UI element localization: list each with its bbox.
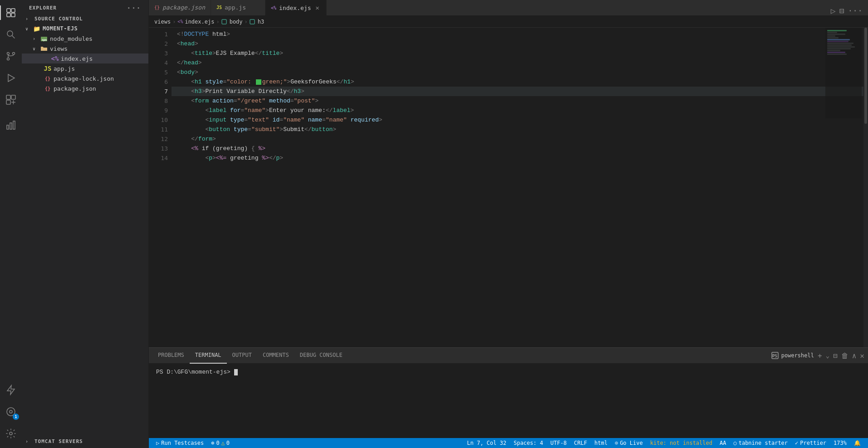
breadcrumb-body[interactable]: body	[221, 19, 243, 25]
tab-debug-console[interactable]: DEBUG CONSOLE	[294, 348, 348, 364]
breadcrumb-sep3: ›	[245, 19, 248, 25]
split-editor-icon[interactable]: ⊟	[839, 6, 844, 15]
warning-count: 0	[226, 440, 230, 446]
errors-btn[interactable]: ⊗ 0 △ 0	[207, 440, 233, 446]
extensions-activity-icon[interactable]	[0, 89, 22, 111]
source-control-activity-icon[interactable]	[0, 45, 22, 67]
terminal-layout-icon[interactable]: ⊟	[833, 351, 838, 360]
prettier-btn[interactable]: ✓ Prettier	[791, 440, 830, 446]
views-folder-icon	[40, 44, 48, 53]
editor-scrollbar[interactable]	[863, 28, 868, 347]
comments-label: COMMENTS	[263, 352, 289, 358]
terminal-delete-icon[interactable]: 🗑	[841, 351, 848, 360]
tabnine-label: tabnine starter	[739, 440, 788, 446]
go-live-label: Go Live	[620, 440, 643, 446]
tree-package-lock[interactable]: {} package-lock.json	[22, 73, 148, 83]
source-control-section[interactable]: › SOURCE CONTROL	[22, 14, 148, 24]
run-testcases-btn[interactable]: ▷ Run Testcases	[152, 440, 207, 446]
package-lock-icon: {}	[44, 74, 52, 83]
terminal-close-icon[interactable]: ✕	[860, 351, 864, 360]
zoom-btn[interactable]: 173%	[830, 440, 850, 446]
svg-point-7	[7, 58, 10, 60]
tomcat-section[interactable]: › TOMCAT SERVERS	[22, 437, 148, 446]
notifications-btn[interactable]: 🔔	[850, 440, 864, 446]
package-json-label: package.json	[54, 85, 96, 92]
terminal-body[interactable]: PS D:\GFG\moment-ejs>	[149, 364, 868, 380]
svg-point-19	[10, 410, 12, 413]
svg-text:npm: npm	[42, 38, 47, 42]
breadcrumb-h3[interactable]: h3	[250, 19, 264, 25]
tree-project-root[interactable]: ∨ 📁 MOMENT-EJS	[22, 24, 148, 34]
tree-views-folder[interactable]: ∨ views	[22, 44, 148, 54]
explorer-more-icon[interactable]: ···	[127, 4, 141, 12]
svg-rect-12	[11, 95, 15, 99]
tree-app-js[interactable]: JS app.js	[22, 63, 148, 73]
svg-point-8	[13, 53, 15, 55]
go-live-btn[interactable]: ⊙ Go Live	[611, 440, 647, 446]
code-line-4: </head>	[172, 58, 868, 68]
tabnine-btn[interactable]: ○ tabnine starter	[730, 440, 791, 446]
tab-close-icon[interactable]: ✕	[314, 4, 321, 11]
svg-rect-13	[6, 100, 10, 104]
spaces-label: Spaces: 4	[514, 440, 543, 446]
tab-output[interactable]: OUTPUT	[227, 348, 257, 364]
charts-activity-icon[interactable]	[0, 114, 22, 136]
settings-activity-icon[interactable]	[0, 423, 22, 444]
go-live-icon: ⊙	[615, 440, 618, 446]
tab-app-js[interactable]: JS app.js	[211, 0, 265, 15]
code-line-6: <h1 style="color: green;">GeeksforGeeks<…	[172, 77, 868, 87]
breadcrumb: views › <% index.ejs › body › h3	[149, 16, 868, 28]
code-line-11: <button type="submit">Submit</button>	[172, 125, 868, 134]
line-numbers: 12345 6789 1011121314	[149, 28, 172, 347]
powershell-label: PS powershell	[771, 352, 814, 359]
kite-btn[interactable]: kite: not installed	[647, 440, 716, 446]
scrollbar-thumb[interactable]	[864, 28, 867, 124]
output-label: OUTPUT	[232, 352, 252, 358]
tab-terminal[interactable]: TERMINAL	[190, 348, 227, 364]
breadcrumb-sep1: ›	[172, 19, 176, 25]
breadcrumb-index-ejs[interactable]: <% index.ejs	[177, 19, 214, 25]
terminal-split-icon[interactable]: ⌄	[826, 352, 829, 359]
error-count: 0	[216, 440, 219, 446]
aa-btn[interactable]: AA	[716, 440, 730, 446]
lightning-activity-icon[interactable]	[0, 379, 22, 401]
terminal-prompt: PS D:\GFG\moment-ejs>	[156, 369, 234, 375]
svg-line-5	[12, 36, 15, 39]
terminal-actions: PS powershell + ⌄ ⊟ 🗑 ∧ ✕	[771, 351, 864, 360]
add-terminal-icon[interactable]: +	[818, 351, 822, 360]
terminal-up-icon[interactable]: ∧	[852, 351, 857, 360]
tab-package-json[interactable]: {} package.json	[149, 0, 211, 15]
node-modules-label: node_modules	[50, 35, 93, 42]
node-modules-icon: npm	[40, 34, 48, 43]
code-line-2: <head>	[172, 39, 868, 49]
activity-bar: 1	[0, 0, 22, 448]
tree-index-ejs[interactable]: <% index.ejs	[22, 54, 148, 63]
line-ending-btn[interactable]: CRLF	[570, 440, 591, 446]
explorer-activity-icon[interactable]	[0, 2, 22, 24]
tree-node-modules[interactable]: › npm node_modules	[22, 34, 148, 44]
run-activity-icon[interactable]	[0, 67, 22, 89]
problems-label: PROBLEMS	[158, 352, 184, 358]
editor[interactable]: 12345 6789 1011121314 <!DOCTYPE html> <h…	[149, 28, 868, 347]
index-ejs-icon: <%	[51, 54, 59, 63]
code-content[interactable]: <!DOCTYPE html> <head> <title>EJS Exampl…	[172, 28, 868, 347]
tab-index-ejs[interactable]: <% index.ejs ✕	[265, 0, 327, 15]
tab-comments[interactable]: COMMENTS	[257, 348, 294, 364]
warning-icon: △	[221, 440, 225, 446]
remote-activity-icon[interactable]: 1	[0, 401, 22, 423]
status-bar: ▷ Run Testcases ⊗ 0 △ 0 Ln 7, Col 32 Spa…	[149, 438, 868, 448]
spaces-btn[interactable]: Spaces: 4	[510, 440, 547, 446]
encoding-btn[interactable]: UTF-8	[547, 440, 570, 446]
run-icon[interactable]: ▷	[831, 6, 836, 15]
svg-point-6	[7, 53, 10, 55]
code-line-8: <form action="/greet" method="post">	[172, 96, 868, 106]
breadcrumb-views[interactable]: views	[154, 19, 171, 25]
code-line-12: </form>	[172, 134, 868, 144]
tab-index-ejs-label: index.ejs	[279, 5, 311, 11]
position-btn[interactable]: Ln 7, Col 32	[463, 440, 510, 446]
language-btn[interactable]: html	[591, 440, 611, 446]
tab-problems[interactable]: PROBLEMS	[152, 348, 190, 364]
more-actions-icon[interactable]: ···	[848, 6, 863, 15]
tree-package-json[interactable]: {} package.json	[22, 83, 148, 93]
search-activity-icon[interactable]	[0, 24, 22, 45]
